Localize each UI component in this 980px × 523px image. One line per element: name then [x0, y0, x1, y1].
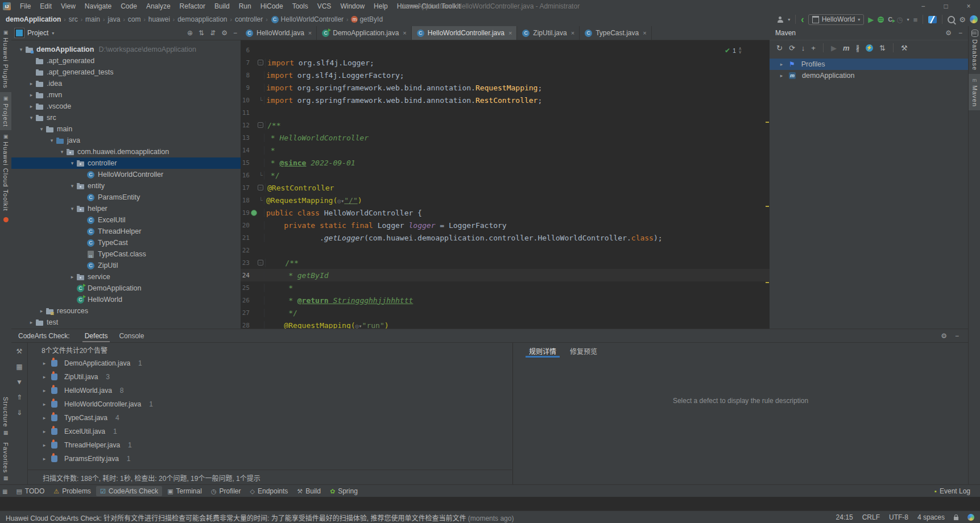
code-line-14[interactable]: 14 * [241, 144, 770, 156]
tree-item--mvn[interactable]: ▸.mvn [11, 89, 241, 101]
tree-item-controller[interactable]: ▾controller [11, 157, 241, 169]
defect-file-row[interactable]: ▸ParamsEntity.java1 [28, 452, 512, 466]
maven-wrench-icon[interactable]: ⚒ [901, 44, 908, 52]
warning-mark[interactable] [766, 206, 769, 207]
tree-arrow-icon[interactable]: ▸ [27, 92, 35, 98]
tool-strip-tab-structure[interactable]: Structure▦ [0, 393, 11, 439]
user-caret-icon[interactable]: ▾ [788, 17, 790, 22]
menu-item-help[interactable]: Help [369, 0, 392, 13]
profiler-caret-icon[interactable]: ▾ [907, 17, 909, 22]
tab-console[interactable]: Console [113, 329, 150, 342]
tree-arrow-icon[interactable]: ▾ [38, 126, 46, 132]
stop-button[interactable]: ■ [913, 16, 917, 23]
tree-arrow-icon[interactable]: ▸ [42, 442, 47, 448]
menu-item-build[interactable]: Build [210, 0, 234, 13]
tree-arrow-icon[interactable]: ▾ [27, 115, 35, 121]
tree-arrow-icon[interactable]: ▾ [48, 138, 56, 143]
tree-item-resources[interactable]: ▸resources [11, 305, 241, 317]
menu-item-tools[interactable]: Tools [288, 0, 313, 13]
tool-strip-tab-huawei-plugins[interactable]: ▣Huawei Plugins [0, 26, 11, 92]
maven-item-profiles[interactable]: ▸⚑Profiles [770, 59, 968, 70]
huawei-toolkit-arrow-icon[interactable]: ‹ [801, 14, 804, 24]
menu-item-view[interactable]: View [56, 0, 80, 13]
tree-arrow-icon[interactable]: ▾ [68, 183, 76, 189]
fold-marker-icon[interactable]: − [258, 185, 263, 190]
defect-file-row[interactable]: ▸DemoApplication.java1 [28, 356, 512, 370]
breadcrumb-item[interactable]: huawei [147, 15, 171, 23]
tab-defects[interactable]: Defects [79, 329, 114, 342]
status-message[interactable]: Huawei Cloud CodeArts Check: 针对所有文件进行扫描检… [0, 513, 514, 522]
code-line-24[interactable]: 24 * getById [241, 269, 770, 281]
breadcrumb-item[interactable]: CHelloWorldController [270, 15, 345, 23]
tree-item-entity[interactable]: ▾entity [11, 180, 241, 192]
tree-arrow-icon[interactable]: ▸ [42, 374, 47, 380]
tree-item-test[interactable]: ▸test [11, 317, 241, 328]
tree-arrow-icon[interactable]: ▸ [42, 415, 47, 421]
file-encoding[interactable]: UTF-8 [889, 513, 908, 521]
settings-gear-icon[interactable]: ⚙ [959, 16, 966, 23]
run-button[interactable]: ▶ [868, 16, 874, 23]
warning-mark[interactable] [766, 122, 769, 123]
generate-sources-icon[interactable]: ⟳ [789, 44, 795, 52]
add-maven-project-icon[interactable]: + [811, 44, 816, 52]
defect-file-row[interactable]: ▸TypeCast.java4 [28, 411, 512, 425]
defect-file-row[interactable]: ▸ZipUtil.java3 [28, 370, 512, 384]
skip-tests-icon[interactable]: ∦ [855, 44, 859, 52]
editor-tab-typecast-java[interactable]: CTypeCast.java× [580, 26, 651, 40]
code-line-25[interactable]: 25 * [241, 281, 770, 294]
breadcrumb-item[interactable]: mgetById [350, 15, 384, 23]
maven-settings-gear-icon[interactable]: ⚙ [945, 29, 952, 37]
collapse-all-icon[interactable]: ⇓ [16, 409, 22, 417]
tree-arrow-icon[interactable]: ▾ [68, 160, 76, 166]
fold-marker-icon[interactable]: − [258, 60, 263, 65]
tree-item-typecast-class[interactable]: 01TypeCast.class [11, 248, 241, 260]
tree-arrow-icon[interactable]: ▸ [42, 360, 47, 366]
breadcrumb-item[interactable]: demoApplication [5, 15, 62, 23]
fold-marker-icon[interactable]: − [258, 122, 263, 128]
collapse-all-icon[interactable]: ⇵ [210, 29, 216, 37]
line-separator[interactable]: CRLF [862, 513, 880, 521]
code-line-20[interactable]: 20 private static final Logger logger = … [241, 219, 770, 231]
editor-tab-helloworld-java[interactable]: CHelloWorld.java× [241, 26, 317, 40]
event-log-button[interactable]: ▪ Event Log [931, 486, 974, 496]
tree-arrow-icon[interactable]: ▸ [42, 429, 47, 434]
tool-window-button-problems[interactable]: ⚠Problems [49, 486, 95, 496]
maven-reload-icon[interactable]: ↻ [776, 44, 783, 52]
menu-item-hicode[interactable]: HiCode [256, 0, 288, 13]
tree-arrow-icon[interactable]: ▸ [27, 319, 35, 325]
code-line-7[interactable]: 7−import org.slf4j.Logger; [241, 56, 770, 69]
breadcrumb-item[interactable]: src [68, 15, 79, 23]
breadcrumb-item[interactable]: demoapplication [176, 15, 228, 23]
error-stripe[interactable] [765, 53, 770, 329]
indent-setting[interactable]: 4 spaces [917, 513, 945, 521]
tree-item-com-huawei-demoapplication[interactable]: ▾com.huawei.demoapplication [11, 146, 241, 157]
breadcrumb-item[interactable]: controller [234, 15, 264, 23]
tree-item-paramsentity[interactable]: CParamsEntity [11, 192, 241, 203]
tree-arrow-icon[interactable]: ▸ [27, 81, 35, 86]
menu-item-edit[interactable]: Edit [35, 0, 56, 13]
tree-item--vscode[interactable]: ▸.vscode [11, 101, 241, 112]
tree-item-demoapplication[interactable]: ▾demoApplicationD:\workspace\demoApplica… [11, 44, 241, 55]
tree-item-excelutil[interactable]: CExcelUtil [11, 214, 241, 226]
breadcrumb-item[interactable]: main [84, 15, 101, 23]
close-tab-icon[interactable]: × [403, 30, 406, 36]
search-everywhere-icon[interactable] [948, 16, 955, 23]
code-line-19[interactable]: 19public class HelloWorldController { [241, 206, 770, 219]
tree-item-typecast[interactable]: CTypeCast [11, 237, 241, 248]
tree-arrow-icon[interactable]: ▸ [42, 401, 47, 407]
tree-item-ziputil[interactable]: CZipUtil [11, 260, 241, 271]
execute-maven-goal-icon[interactable]: m [843, 44, 850, 52]
menu-item-refactor[interactable]: Refactor [175, 0, 210, 13]
defect-file-row[interactable]: ▸ExcelUtil.java1 [28, 425, 512, 438]
tool-window-button-build[interactable]: ⚒Build [293, 486, 325, 496]
tab-rule-detail[interactable]: 规则详情 [523, 343, 562, 359]
tool-window-button-terminal[interactable]: ▣Terminal [163, 486, 206, 496]
tool-windows-grip-icon[interactable]: ▦ [2, 488, 7, 495]
tree-item--apt-generated[interactable]: .apt_generated [11, 55, 241, 67]
tool-strip-tab-maven[interactable]: mMaven [969, 74, 980, 110]
tree-item-main[interactable]: ▾main [11, 123, 241, 135]
tree-item-helloworldcontroller[interactable]: CHelloWorldController [11, 169, 241, 180]
codearts-settings-gear-icon[interactable]: ⚙ [941, 332, 947, 340]
code-line-13[interactable]: 13 * HelloWorldController [241, 131, 770, 144]
run-maven-build-icon[interactable]: ▶ [831, 44, 837, 52]
